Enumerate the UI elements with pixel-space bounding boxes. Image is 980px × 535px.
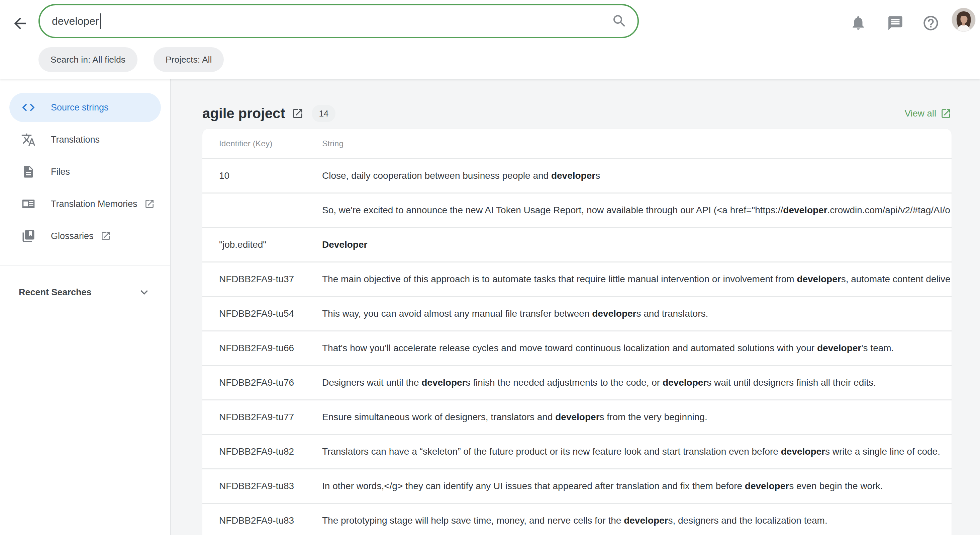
cell-string: This way, you can avoid almost any manua… [322,308,951,319]
sidebar: Source stringsTranslationsFilesTranslati… [0,79,171,535]
sidebar-item-translations[interactable]: Translations [10,125,161,154]
file-icon [21,164,36,179]
table-row[interactable]: NFDBB2FA9-tu37The main objective of this… [202,262,951,297]
view-all-label: View all [905,108,936,119]
table-row[interactable]: NFDBB2FA9-tu77Ensure simultaneous work o… [202,401,951,435]
external-link-icon [100,231,111,241]
sidebar-item-label: Source strings [51,102,109,113]
notifications-button[interactable] [849,14,868,33]
cell-string: Translators can have a “skeleton” of the… [322,446,951,457]
chevron-down-icon [137,285,151,300]
table-row[interactable]: NFDBB2FA9-tu82Translators can have a “sk… [202,435,951,470]
table-row[interactable]: So, we're excited to announce the new AI… [202,193,951,228]
cell-string: In other words,</g> they can identify an… [322,481,951,492]
cell-identifier: NFDBB2FA9-tu77 [219,412,322,423]
messages-button[interactable] [886,15,904,33]
results-card: Identifier (Key) String 10Close, daily c… [202,129,951,535]
cell-identifier: NFDBB2FA9-tu37 [219,274,322,284]
cell-identifier: NFDBB2FA9-tu66 [219,343,322,353]
help-icon [922,14,940,33]
cell-string: So, we're excited to announce the new AI… [322,205,951,216]
open-in-new-icon [940,108,951,119]
cell-identifier: NFDBB2FA9-tu76 [219,377,322,388]
search-input[interactable]: developer [38,4,639,38]
help-button[interactable] [922,15,940,33]
sidebar-item-files[interactable]: Files [10,157,161,187]
cell-string: Designers wait until the developers fini… [322,377,951,388]
table-body: 10Close, daily cooperation between busin… [202,159,951,535]
translate-icon [21,132,36,147]
column-header-identifier: Identifier (Key) [219,139,322,148]
filter-chip-projects[interactable]: Projects: All [154,47,224,72]
cell-identifier: NFDBB2FA9-tu83 [219,481,322,492]
view-all-link[interactable]: View all [905,108,951,119]
filter-chip-search-in[interactable]: Search in: All fields [38,47,137,72]
back-arrow-icon [11,15,29,34]
sidebar-item-translation-memories[interactable]: Translation Memories [10,189,161,219]
search-filter-chips: Search in: All fieldsProjects: All [38,47,224,72]
cell-string: Close, daily cooperation between busines… [322,171,951,181]
project-title: agile project [202,105,285,121]
cell-identifier: NFDBB2FA9-tu82 [219,446,322,457]
cell-string: Developer [322,240,951,250]
table-row[interactable]: "job.edited"Developer [202,228,951,262]
chat-icon [887,15,904,33]
table-row[interactable]: NFDBB2FA9-tu76Designers wait until the d… [202,366,951,401]
code-icon [21,100,36,115]
topbar: developer S [0,0,980,79]
table-row[interactable]: NFDBB2FA9-tu66That's how you'll accelera… [202,331,951,366]
main-content: agile project 14 View all Identifier (Ke… [171,79,980,535]
cell-string: Ensure simultaneous work of designers, t… [322,412,951,423]
bell-icon [850,14,867,32]
sidebar-item-label: Translation Memories [51,199,137,209]
text-caret [100,13,101,29]
search-icon[interactable] [611,13,627,29]
cell-string: The prototyping stage will help save tim… [322,515,951,526]
cell-string: The main objective of this approach is t… [322,274,951,284]
table-row[interactable]: NFDBB2FA9-tu54This way, you can avoid al… [202,297,951,331]
table-header: Identifier (Key) String [202,129,951,159]
table-row[interactable]: 10Close, daily cooperation between busin… [202,159,951,193]
glossary-icon [21,228,36,244]
column-header-string: String [322,139,951,148]
project-heading-row: agile project 14 View all [202,105,951,121]
sidebar-divider [0,265,170,266]
sidebar-item-source-strings[interactable]: Source strings [10,93,161,122]
recent-searches-label: Recent Searches [19,287,92,298]
recent-searches-toggle[interactable]: Recent Searches [0,279,170,306]
avatar[interactable] [952,8,975,32]
sidebar-item-label: Files [51,167,70,177]
cell-identifier: NFDBB2FA9-tu83 [219,515,322,526]
back-button[interactable] [11,15,29,34]
sidebar-item-glossaries[interactable]: Glossaries [10,221,161,251]
cell-identifier: "job.edited" [219,240,322,250]
cell-identifier: 10 [219,171,322,181]
tm-card-icon [21,196,36,212]
sidebar-nav: Source stringsTranslationsFilesTranslati… [0,93,170,251]
external-link-icon [144,198,155,209]
open-project-icon[interactable] [292,107,304,120]
result-count-badge: 14 [312,105,336,122]
cell-identifier: NFDBB2FA9-tu54 [219,308,322,319]
table-row[interactable]: NFDBB2FA9-tu83In other words,</g> they c… [202,470,951,504]
cell-string: That's how you'll accelerate release cyc… [322,343,951,353]
sidebar-item-label: Glossaries [51,231,94,241]
sidebar-item-label: Translations [51,134,100,145]
table-row[interactable]: NFDBB2FA9-tu83The prototyping stage will… [202,504,951,535]
search-input-value: developer [52,15,99,27]
